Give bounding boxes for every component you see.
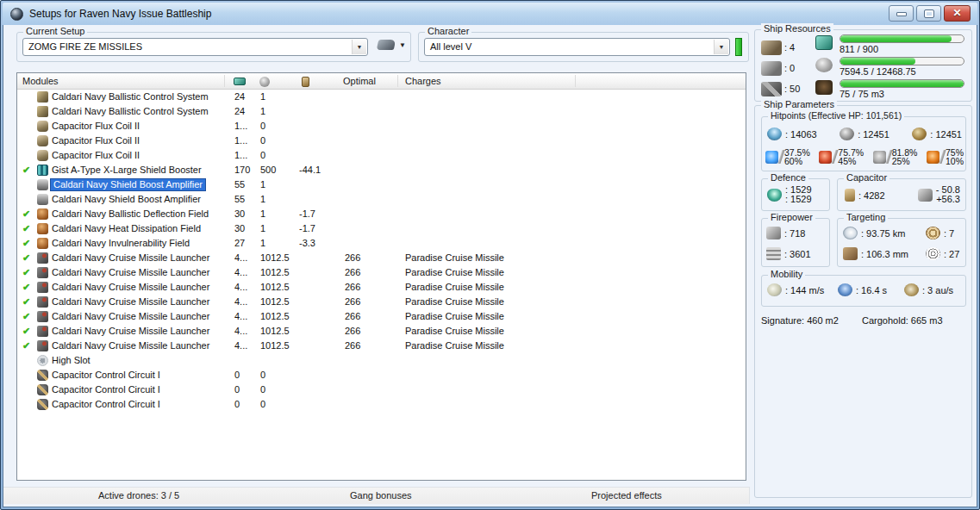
close-button[interactable]: ✕ [944,5,971,22]
current-setup-select[interactable]: ZOMG FIRE ZE MISSILES ▼ [22,38,368,56]
cpu-icon[interactable] [234,78,246,85]
module-row[interactable]: ✔Caldari Navy Cruise Missile Launcher4..… [17,265,746,280]
module-powergrid: 500 [260,163,276,177]
chevron-down-icon[interactable]: ▼ [352,40,366,54]
modules-table[interactable]: Modules Optimal Charges Caldari Navy Bal… [16,72,746,481]
chevron-down-icon: ▼ [399,41,406,49]
column-divider[interactable] [397,75,398,87]
drone-icon [815,80,833,95]
module-row[interactable]: Caldari Navy Ballistic Control System241 [17,90,746,104]
module-row[interactable]: ✔Caldari Navy Cruise Missile Launcher4..… [17,324,746,339]
module-row[interactable]: ✔Caldari Navy Invulnerability Field271-3… [17,236,746,251]
module-cpu: 24 [234,104,245,119]
module-powergrid: 1 [260,104,265,119]
active-check-icon: ✔ [22,236,30,251]
column-header-modules[interactable]: Modules [22,73,59,89]
module-row[interactable]: Capacitor Control Circuit I00 [17,382,746,397]
hardener-module-icon [37,208,48,220]
module-row[interactable]: Capacitor Flux Coil II1...0 [17,148,746,163]
character-select[interactable]: All level V ▼ [424,38,730,56]
ship-menu-button[interactable]: ▼ [378,40,406,50]
module-row[interactable]: Caldari Navy Shield Boost Amplifier551 [17,177,746,192]
capacitor-recharge-icon [918,189,933,202]
module-optimal: 266 [345,324,360,339]
module-name: Gist A-Type X-Large Shield Booster [52,163,202,177]
powergrid-bar-fill [840,58,915,65]
module-powergrid: 1012.5 [260,280,290,295]
ship-parameters-title: Ship Parameters [761,99,837,109]
module-cpu: 4... [234,251,247,265]
maximize-icon [925,10,933,17]
capacitor-group: Capacitor : 4282 - 50.8 +56.3 [837,178,966,211]
mobility-group: Mobility : 144 m/s : 16.4 s : 3 au/s [761,275,966,307]
module-row[interactable]: ✔Caldari Navy Cruise Missile Launcher4..… [17,339,746,353]
module-charge: Paradise Cruise Missile [405,251,504,265]
module-row[interactable]: ✔Gist A-Type X-Large Shield Booster17050… [17,163,746,177]
maximize-button[interactable] [916,5,941,22]
module-row[interactable]: Caldari Navy Ballistic Control System241 [17,104,746,119]
highslot-module-icon [37,355,48,366]
module-row[interactable]: Capacitor Flux Coil II1...0 [17,134,746,148]
column-divider[interactable] [575,75,576,87]
turret-icon [766,227,781,239]
module-row[interactable]: Capacitor Flux Coil II1...0 [17,119,746,134]
module-cpu: 0 [234,382,240,397]
fluxcoil-module-icon [37,135,48,146]
powergrid-icon[interactable] [259,77,270,87]
minimize-icon [896,12,907,16]
module-row[interactable]: Capacitor Control Circuit I00 [17,368,746,382]
powergrid-resource: 7594.5 / 12468.75 [815,56,967,78]
module-cpu: 27 [234,236,245,251]
module-powergrid: 1012.5 [260,295,290,309]
kinetic-damage-icon [873,151,886,164]
module-powergrid: 1012.5 [260,265,290,280]
active-drones-status[interactable]: Active drones: 3 / 5 [98,490,179,501]
minimize-button[interactable] [889,5,914,22]
modules-header[interactable]: Modules Optimal Charges [17,73,746,90]
cpu-icon [815,35,833,50]
module-row[interactable]: ✔Caldari Navy Cruise Missile Launcher4..… [17,280,746,295]
launcher-module-icon [37,282,48,293]
powergrid-icon [815,58,833,72]
column-header-optimal[interactable]: Optimal [343,73,376,89]
projected-effects-status[interactable]: Projected effects [591,490,662,501]
capacitor-icon[interactable] [302,77,309,87]
module-row[interactable]: ✔Caldari Navy Heat Dissipation Field301-… [17,221,746,236]
turret-hardpoint-icon [761,40,782,55]
current-setup-label: Current Setup [23,26,87,36]
shield-hp-value: : 14063 [785,129,817,140]
launcher-module-icon [37,326,48,337]
module-cap-use: -3.3 [299,236,315,251]
column-divider[interactable] [224,75,225,87]
module-powergrid: 0 [260,382,265,397]
gang-bonuses-status[interactable]: Gang bonuses [350,490,412,501]
thermal-armor-resist: 45% [838,157,864,165]
chevron-down-icon[interactable]: ▼ [714,40,728,54]
explosive-damage-icon [927,151,939,164]
module-row[interactable]: ✔Caldari Navy Ballistic Deflection Field… [17,207,746,221]
explosive-armor-resist: 10% [946,157,964,165]
module-row[interactable]: ✔Caldari Navy Cruise Missile Launcher4..… [17,295,746,309]
window-title: Setups for Raven Navy Issue Battleship [29,8,211,20]
module-optimal: 266 [345,339,360,353]
module-row[interactable]: High Slot [17,353,746,368]
module-row[interactable]: ✔Caldari Navy Cruise Missile Launcher4..… [17,309,746,324]
module-row[interactable]: ✔Caldari Navy Cruise Missile Launcher4..… [17,251,746,265]
module-cap-use: -44.1 [299,163,321,177]
dronebay-resource: 75 / 75 m3 [815,78,967,100]
titlebar[interactable]: Setups for Raven Navy Issue Battleship ✕ [3,3,977,25]
structure-hp-value: : 12451 [930,129,962,140]
module-charge: Paradise Cruise Missile [405,324,504,339]
column-header-charges[interactable]: Charges [405,73,441,89]
capacitor-recharge-value: +56.3 [936,195,960,204]
module-row[interactable]: Caldari Navy Shield Boost Amplifier551 [17,192,746,207]
module-powergrid: 0 [260,397,265,412]
sensor-strength-value: : 27 [944,249,959,259]
amplifier-module-icon [37,194,48,205]
module-row[interactable]: Capacitor Control Circuit I00 [17,397,746,412]
amplifier-module-icon [37,179,48,190]
signature-radius: Signature: 460 m2 [761,315,839,326]
targeting-title: Targeting [844,212,888,222]
module-powergrid: 0 [260,368,265,382]
rig-module-icon [37,370,48,381]
